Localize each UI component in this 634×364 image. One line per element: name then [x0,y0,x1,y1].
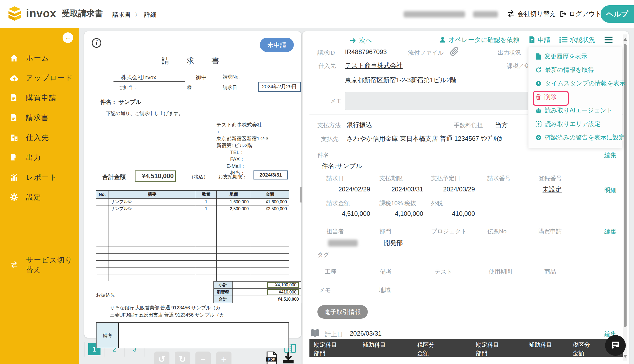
billed-amount-label: 請求金額 [326,199,350,207]
table-row-empty [96,274,289,281]
notes-label: 備考 [96,322,119,348]
svg-text:T: T [537,122,540,126]
chart-icon [10,173,19,182]
timestamp-clock-icon [535,80,542,87]
sidebar-item-reports[interactable]: レポート [0,167,79,187]
payee-value: さわやか信用金庫 東日本橋支店 普通 1234567 ｻﾝﾌﾟﾙ(ｶ [347,134,502,143]
sidebar-menu: ホーム アップロード 購買申請 請求書 [0,48,79,207]
sender-address1: 東京都新宿区新宿1-2-3 [216,135,268,142]
external-tax-label: 外税 [431,199,443,207]
amount-col2: 金額 [572,349,584,357]
sidebar-nav: ← ホーム アップロード 購買申請 [0,28,79,364]
region-label: 地域 [379,286,391,294]
sidebar-item-label: レポート [26,173,57,182]
sidebar-item-invoices[interactable]: 請求書 [0,108,79,128]
approval-status-button[interactable]: 承認状況 [559,36,595,44]
sidebar-item-upload[interactable]: アップロード [0,68,79,88]
sidebar-item-home[interactable]: ホーム [0,48,79,68]
paperclip-icon[interactable] [449,46,460,57]
sender-postal: 〒 [216,128,268,135]
rotate-right-button[interactable]: ↻ [175,352,190,364]
menu-item-read-area-settings[interactable]: T 読み取りエリア設定 [528,117,622,131]
sender-email: E-Mail： [216,163,268,169]
attachment-label: 添付ファイル [408,49,444,57]
next-invoice-link[interactable]: 次へ [350,36,373,45]
invoice-id-label: 請求ID [317,49,335,57]
more-menu-button[interactable] [604,36,613,43]
sidebar-item-suppliers[interactable]: 仕入先 [0,128,79,147]
line-detail-link[interactable]: 明細 [604,186,616,194]
remarks-label: 備考 [380,268,392,276]
supplier-label: 仕入先 [318,62,336,70]
scroll-up-arrow-icon[interactable] [623,38,627,41]
brand-name: invox [26,7,56,20]
switch-company-button[interactable]: 会社切り替え [507,10,556,18]
supplier-address: 東京都新宿区新宿1-2-3新宿第1ビル2階 [345,76,456,84]
notes-box: 備考 [96,322,289,348]
invoice-id-value: IR4887967093 [345,48,387,56]
col-header-no: No. [96,191,108,199]
sidebar-collapse-button[interactable]: ← [63,32,73,43]
supplier-name-link[interactable]: テスト商事株式会社 [345,61,403,70]
total-label: 合計金額 [102,173,126,181]
person-icon [439,36,446,43]
sidebar-item-output[interactable]: 出力 [0,147,79,167]
breadcrumb-invoices[interactable]: 請求書 [112,11,131,19]
doc-greeting: 下記の通り、ご請求申し上げます。 [106,110,183,117]
swap-arrows-icon [507,10,515,18]
cloud-upload-icon [10,73,19,82]
scroll-down-arrow-icon[interactable] [623,355,627,358]
registration-not-set-link[interactable]: 未設定 [543,185,562,194]
invoice-date-label: 請求日 [223,84,237,91]
rotate-left-button[interactable]: ↺ [154,352,169,364]
logout-button[interactable]: ログアウト [559,10,602,18]
table-row: サンプル① 1 1,600,000 ¥1,600,000 [96,199,289,205]
recipient-honorific: 御中 [196,74,207,81]
menu-item-refresh-info[interactable]: 最新の情報を取得 [528,63,622,77]
department-col: 部門 [314,349,325,357]
refresh-icon [535,67,542,73]
svg-text:PDF: PDF [268,358,275,361]
sidebar-item-label: ホーム [26,53,49,63]
table-row-empty [96,247,289,254]
brand-logo[interactable]: invox 受取請求書 [7,6,103,21]
sidebar-item-service-switch[interactable]: サービス切り替え [0,255,79,275]
panel-resize-handle[interactable] [300,187,302,203]
zoom-out-button[interactable]: − [195,352,211,364]
arrow-right-icon [350,37,357,44]
sender-name: テスト商事株式会社 [216,121,268,128]
sidebar-item-purchase-request[interactable]: 購買申請 [0,88,79,108]
total-amount: ¥4,510,000 [135,170,176,182]
fee-burden-value: 当方 [495,121,508,129]
payment-method-label: 支払方法 [317,121,341,129]
chat-support-button[interactable] [605,335,626,356]
menu-item-ai-agent[interactable]: 読み取りAIエージェント [528,104,622,117]
read-area-icon: T [535,121,542,127]
building-icon [10,133,19,142]
download-icon[interactable] [282,352,294,364]
table-row-empty [96,261,289,267]
section-divider [309,221,626,221]
sidebar-item-settings[interactable]: 設定 [0,187,79,207]
menu-item-show-history[interactable]: 変更履歴を表示 [528,50,622,63]
col-header-unit: 単価 [217,191,251,199]
pdf-icon[interactable]: PDF [266,352,277,364]
submit-file-icon [528,36,535,43]
table-row-empty [96,226,289,233]
contact-label: ご担当： [118,84,137,91]
menu-item-timestamp-info[interactable]: タイムスタンプの情報を表示 [528,77,622,90]
col-header-qty: 数量 [196,191,217,199]
help-button[interactable]: ヘルプ [601,5,634,23]
book-icon [310,329,320,338]
apply-button[interactable]: 申請 [528,36,550,44]
zoom-in-button[interactable]: ＋ [216,352,231,364]
download-actions: PDF [266,352,294,364]
menu-item-show-confirmed-warnings[interactable]: 確認済みの警告を表示に設定 [528,131,622,144]
edit-assign-link[interactable]: 編集 [604,227,616,236]
request-operator-button[interactable]: オペレータに確認を依頼 [439,36,519,44]
service-swap-icon [10,260,19,269]
edit-header-link[interactable]: 編集 [604,151,616,159]
menu-item-delete[interactable]: 削除 [528,90,622,104]
robot-icon [535,107,542,114]
info-icon[interactable]: i [92,38,101,48]
